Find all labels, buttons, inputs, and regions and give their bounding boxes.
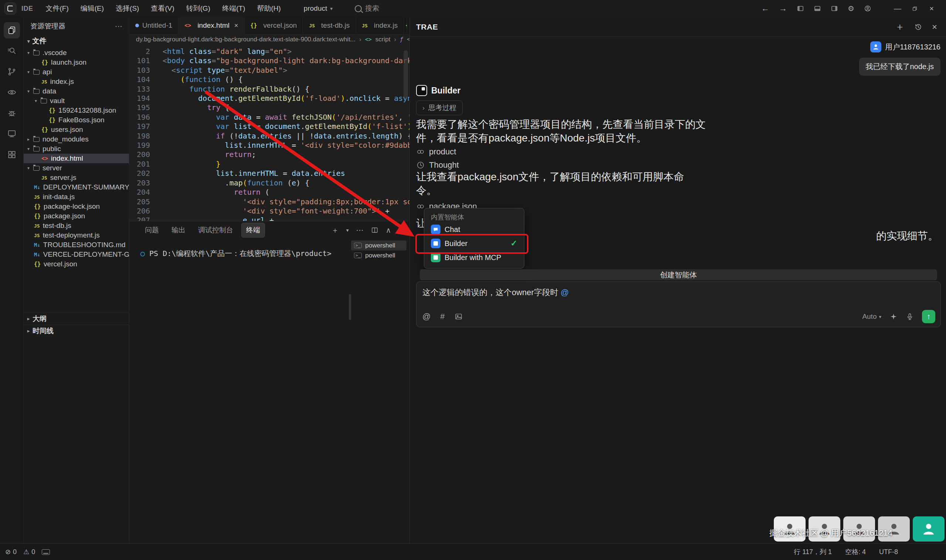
menu-item-5[interactable]: 终端(T) xyxy=(218,2,250,15)
close-window-button[interactable]: × xyxy=(923,0,940,17)
tree-item-init-data.js[interactable]: JSinit-data.js xyxy=(24,192,129,202)
code-line-133[interactable]: 133 function renderFallback() { xyxy=(129,85,410,94)
code-line-203[interactable]: 203 .map(function (e) { xyxy=(129,178,410,188)
send-button[interactable]: ↑ xyxy=(922,310,935,323)
tree-item-vault[interactable]: ▾vault xyxy=(24,96,129,106)
tree-item-server[interactable]: ▾server xyxy=(24,163,129,173)
new-terminal-icon[interactable]: ＋ xyxy=(331,225,339,235)
tab-Untitled-1[interactable]: Untitled-1 xyxy=(129,17,179,34)
code-line-205[interactable]: 205 '<div style="padding:8px;border:1px … xyxy=(129,197,410,206)
debug-icon[interactable] xyxy=(4,105,20,121)
tree-item-package.json[interactable]: {}package.json xyxy=(24,211,129,221)
tree-item-DEPLOYMENT-SUMMARY.md[interactable]: M↓DEPLOYMENT-SUMMARY.md xyxy=(24,183,129,192)
tree-item-15924132088.json[interactable]: {}15924132088.json xyxy=(24,106,129,115)
tab-test-db.js[interactable]: JStest-db.js xyxy=(303,17,356,34)
back-icon[interactable]: ← xyxy=(761,4,769,13)
restore-button[interactable] xyxy=(906,0,923,17)
explorer-section-files[interactable]: ▾ 文件 xyxy=(24,34,129,48)
code-line-103[interactable]: 103 <script type="text/babel"> xyxy=(129,66,410,75)
breadcrumb-path[interactable]: dy.bg-background-light.dark:bg-backgroun… xyxy=(136,36,356,43)
forward-icon[interactable]: → xyxy=(779,4,787,13)
account-icon[interactable] xyxy=(864,5,871,12)
explorer-icon[interactable] xyxy=(4,22,20,38)
breadcrumb[interactable]: dy.bg-background-light.dark:bg-backgroun… xyxy=(129,34,410,45)
gear-icon[interactable]: ⚙ xyxy=(848,4,854,13)
chat-input[interactable]: 这个逻辑的错误的，这个owner字段时 @ @ # Auto ▾ ↑ xyxy=(416,282,941,327)
tree-item-test-db.js[interactable]: JStest-db.js xyxy=(24,221,129,231)
extensions-icon[interactable] xyxy=(4,146,20,163)
menu-item-4[interactable]: 转到(G) xyxy=(182,2,215,15)
code-line-201[interactable]: 201 } xyxy=(129,160,410,169)
code-line-195[interactable]: 195 try { xyxy=(129,103,410,112)
tree-item-index.js[interactable]: JSindex.js xyxy=(24,77,129,86)
panel-scrollbar[interactable] xyxy=(349,294,351,320)
menu-item-6[interactable]: 帮助(H) xyxy=(253,2,285,15)
sidebar-section-大纲[interactable]: ▸大纲 xyxy=(24,312,129,325)
global-search[interactable]: 搜索 xyxy=(350,2,384,15)
maximize-panel-icon[interactable]: ∧ xyxy=(386,226,391,235)
toggle-panel-icon[interactable] xyxy=(814,5,821,12)
menu-item-0[interactable]: 文件(F) xyxy=(42,2,73,15)
tree-item-users.json[interactable]: {}users.json xyxy=(24,125,129,134)
image-icon[interactable] xyxy=(455,312,463,321)
close-tab-icon[interactable]: × xyxy=(234,22,238,29)
code-line-2[interactable]: 2<html class="dark" lang="en"> xyxy=(129,47,410,56)
chat-input-text[interactable]: 这个逻辑的错误的，这个owner字段时 @ xyxy=(416,282,940,303)
code-editor[interactable]: 2<html class="dark" lang="en">101<body c… xyxy=(129,45,410,223)
tree-item-node_modules[interactable]: ▸node_modules xyxy=(24,134,129,144)
tree-item-data[interactable]: ▾data xyxy=(24,86,129,96)
indentation[interactable]: 空格: 4 xyxy=(845,548,866,556)
preview-icon[interactable] xyxy=(4,84,20,100)
code-line-101[interactable]: 101<body class="bg-background-light dark… xyxy=(129,56,410,65)
feedback-icon[interactable] xyxy=(42,549,50,555)
breadcrumb-symbol[interactable]: <function> xyxy=(407,36,410,43)
terminal-item-0[interactable]: >_powershell xyxy=(351,240,407,251)
project-selector[interactable]: product ▾ xyxy=(300,3,336,14)
minimize-button[interactable]: — xyxy=(889,0,906,17)
mention-trigger[interactable]: @ xyxy=(561,288,569,297)
tab-vercel.json[interactable]: {}vercel.json xyxy=(245,17,304,34)
editor-scrollbar[interactable] xyxy=(404,50,408,98)
mic-icon[interactable] xyxy=(906,312,914,321)
panel-tab-终端[interactable]: 终端 xyxy=(241,223,265,237)
tree-item-test-deployment.js[interactable]: JStest-deployment.js xyxy=(24,231,129,240)
sparkle-icon[interactable] xyxy=(889,312,898,321)
create-agent-button[interactable]: 创建智能体 xyxy=(420,269,937,280)
thought-row[interactable]: Thought xyxy=(416,160,459,170)
sidebar-section-时间线[interactable]: ▸时间线 xyxy=(24,325,129,337)
tree-item-index.html[interactable]: <>index.html xyxy=(24,154,129,163)
code-line-199[interactable]: 199 list.innerHTML = '<div style="color:… xyxy=(129,141,410,150)
context-icon[interactable]: # xyxy=(440,312,445,322)
errors-indicator[interactable]: ⊘ 0 xyxy=(5,548,17,556)
mention-icon[interactable]: @ xyxy=(422,312,430,322)
warnings-indicator[interactable]: ⚠ 0 xyxy=(23,548,35,556)
code-line-200[interactable]: 200 return; xyxy=(129,150,410,159)
menu-item-1[interactable]: 编辑(E) xyxy=(76,2,108,15)
tree-item-TROUBLESHOOTING.md[interactable]: M↓TROUBLESHOOTING.md xyxy=(24,240,129,250)
tree-item-vercel.json[interactable]: {}vercel.json xyxy=(24,259,129,269)
breadcrumb-script[interactable]: script xyxy=(376,36,391,43)
tree-item-server.js[interactable]: JSserver.js xyxy=(24,173,129,183)
code-line-197[interactable]: 197 var list = document.getElementById('… xyxy=(129,122,410,131)
toggle-secondary-sidebar-icon[interactable] xyxy=(831,5,838,12)
history-icon[interactable] xyxy=(914,23,922,31)
thinking-process-toggle[interactable]: › 思考过程 xyxy=(416,100,463,115)
panel-tab-调试控制台[interactable]: 调试控制台 xyxy=(194,223,237,237)
remote-icon[interactable] xyxy=(4,126,20,142)
code-line-194[interactable]: 194 document.getElementById('f-load').on… xyxy=(129,94,410,103)
code-line-198[interactable]: 198 if (!data.entries || !data.entries.l… xyxy=(129,131,410,141)
tree-item-VERCEL-DEPLOYMENT-GUIDE.md[interactable]: M↓VERCEL-DEPLOYMENT-GUIDE.md xyxy=(24,250,129,259)
menu-item-2[interactable]: 选择(S) xyxy=(111,2,143,15)
panel-tab-问题[interactable]: 问题 xyxy=(140,223,163,237)
tab-index.html[interactable]: <>index.html× xyxy=(179,17,244,34)
search-icon[interactable] xyxy=(4,43,20,59)
code-line-206[interactable]: 206 '<div style="font-weight:700">' + xyxy=(129,206,410,216)
source-control-icon[interactable] xyxy=(4,63,20,80)
tree-item-launch.json[interactable]: {}launch.json xyxy=(24,58,129,67)
code-line-104[interactable]: 104 (function () { xyxy=(129,75,410,84)
tree-item-.vscode[interactable]: ▾.vscode xyxy=(24,48,129,58)
tree-item-public[interactable]: ▾public xyxy=(24,144,129,154)
code-line-196[interactable]: 196 var data = await fetchJSON('/api/ent… xyxy=(129,113,410,122)
new-chat-icon[interactable]: ＋ xyxy=(895,20,904,33)
tab-{[interactable]: { xyxy=(404,17,407,34)
